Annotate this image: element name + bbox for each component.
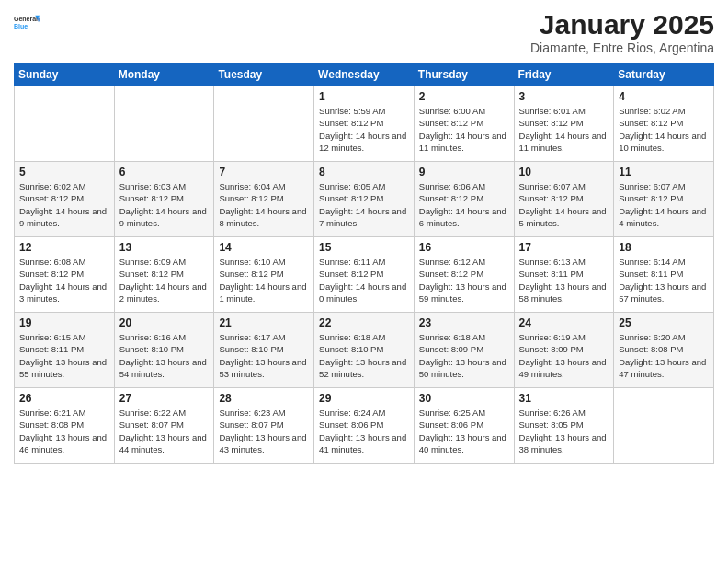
header-saturday: Saturday [614,63,714,86]
day-number: 30 [419,392,509,405]
header-monday: Monday [114,63,214,86]
day-info: Sunrise: 6:06 AM Sunset: 8:12 PM Dayligh… [419,180,509,229]
day-number: 4 [619,90,709,103]
day-number: 29 [319,392,409,405]
table-row [114,86,214,162]
day-info: Sunrise: 6:02 AM Sunset: 8:12 PM Dayligh… [19,180,109,229]
day-info: Sunrise: 6:26 AM Sunset: 8:05 PM Dayligh… [519,407,609,455]
day-number: 10 [519,166,609,178]
day-number: 27 [119,392,210,405]
day-number: 22 [319,316,409,329]
table-row: 17Sunrise: 6:13 AM Sunset: 8:11 PM Dayli… [514,237,614,313]
day-info: Sunrise: 6:13 AM Sunset: 8:11 PM Dayligh… [519,256,609,304]
day-info: Sunrise: 6:07 AM Sunset: 8:12 PM Dayligh… [519,180,609,229]
calendar-header-row: Sunday Monday Tuesday Wednesday Thursday… [15,63,714,86]
day-number: 14 [219,241,309,254]
table-row: 3Sunrise: 6:01 AM Sunset: 8:12 PM Daylig… [514,86,614,162]
calendar-table: Sunday Monday Tuesday Wednesday Thursday… [14,63,714,464]
page: GeneralBlue January 2025 Diamante, Entre… [0,0,728,563]
day-number: 2 [419,90,509,103]
day-info: Sunrise: 6:03 AM Sunset: 8:12 PM Dayligh… [119,180,210,229]
page-title: January 2025 [530,9,714,40]
table-row: 11Sunrise: 6:07 AM Sunset: 8:12 PM Dayli… [614,162,714,237]
day-info: Sunrise: 6:21 AM Sunset: 8:08 PM Dayligh… [19,407,109,455]
table-row: 19Sunrise: 6:15 AM Sunset: 8:11 PM Dayli… [15,313,115,388]
day-info: Sunrise: 6:20 AM Sunset: 8:08 PM Dayligh… [619,331,709,380]
day-info: Sunrise: 6:15 AM Sunset: 8:11 PM Dayligh… [19,331,109,380]
day-number: 1 [319,90,409,103]
table-row: 4Sunrise: 6:02 AM Sunset: 8:12 PM Daylig… [614,86,714,162]
day-number: 19 [19,316,109,329]
table-row: 31Sunrise: 6:26 AM Sunset: 8:05 PM Dayli… [514,388,614,464]
table-row: 30Sunrise: 6:25 AM Sunset: 8:06 PM Dayli… [414,388,514,464]
table-row: 23Sunrise: 6:18 AM Sunset: 8:09 PM Dayli… [414,313,514,388]
table-row: 12Sunrise: 6:08 AM Sunset: 8:12 PM Dayli… [15,237,115,313]
table-row [15,86,115,162]
day-info: Sunrise: 6:08 AM Sunset: 8:12 PM Dayligh… [19,256,109,304]
page-subtitle: Diamante, Entre Rios, Argentina [530,40,714,55]
calendar-week-row: 5Sunrise: 6:02 AM Sunset: 8:12 PM Daylig… [15,162,714,237]
day-info: Sunrise: 6:14 AM Sunset: 8:11 PM Dayligh… [619,256,709,304]
day-info: Sunrise: 6:07 AM Sunset: 8:12 PM Dayligh… [619,180,709,229]
logo-icon: GeneralBlue [14,9,40,35]
table-row: 14Sunrise: 6:10 AM Sunset: 8:12 PM Dayli… [214,237,314,313]
calendar-week-row: 12Sunrise: 6:08 AM Sunset: 8:12 PM Dayli… [15,237,714,313]
table-row: 1Sunrise: 5:59 AM Sunset: 8:12 PM Daylig… [314,86,415,162]
svg-text:General: General [14,16,38,22]
table-row: 15Sunrise: 6:11 AM Sunset: 8:12 PM Dayli… [314,237,415,313]
table-row: 29Sunrise: 6:24 AM Sunset: 8:06 PM Dayli… [314,388,415,464]
table-row: 8Sunrise: 6:05 AM Sunset: 8:12 PM Daylig… [314,162,415,237]
table-row: 21Sunrise: 6:17 AM Sunset: 8:10 PM Dayli… [214,313,314,388]
title-block: January 2025 Diamante, Entre Rios, Argen… [530,9,714,55]
header-tuesday: Tuesday [214,63,314,86]
table-row: 2Sunrise: 6:00 AM Sunset: 8:12 PM Daylig… [414,86,514,162]
day-number: 24 [519,316,609,329]
table-row: 13Sunrise: 6:09 AM Sunset: 8:12 PM Dayli… [114,237,214,313]
calendar-week-row: 26Sunrise: 6:21 AM Sunset: 8:08 PM Dayli… [15,388,714,464]
day-info: Sunrise: 6:10 AM Sunset: 8:12 PM Dayligh… [219,256,309,304]
table-row: 18Sunrise: 6:14 AM Sunset: 8:11 PM Dayli… [614,237,714,313]
calendar-week-row: 1Sunrise: 5:59 AM Sunset: 8:12 PM Daylig… [15,86,714,162]
day-info: Sunrise: 6:00 AM Sunset: 8:12 PM Dayligh… [419,105,509,154]
table-row: 24Sunrise: 6:19 AM Sunset: 8:09 PM Dayli… [514,313,614,388]
header: GeneralBlue January 2025 Diamante, Entre… [14,9,714,55]
table-row: 16Sunrise: 6:12 AM Sunset: 8:12 PM Dayli… [414,237,514,313]
table-row: 22Sunrise: 6:18 AM Sunset: 8:10 PM Dayli… [314,313,415,388]
day-info: Sunrise: 6:01 AM Sunset: 8:12 PM Dayligh… [519,105,609,154]
day-number: 12 [19,241,109,254]
table-row: 7Sunrise: 6:04 AM Sunset: 8:12 PM Daylig… [214,162,314,237]
table-row: 25Sunrise: 6:20 AM Sunset: 8:08 PM Dayli… [614,313,714,388]
day-number: 28 [219,392,309,405]
table-row: 5Sunrise: 6:02 AM Sunset: 8:12 PM Daylig… [15,162,115,237]
day-number: 11 [619,166,709,178]
table-row [614,388,714,464]
day-info: Sunrise: 6:16 AM Sunset: 8:10 PM Dayligh… [119,331,210,380]
logo: GeneralBlue [14,9,40,35]
day-number: 8 [319,166,409,178]
day-number: 17 [519,241,609,254]
day-info: Sunrise: 6:17 AM Sunset: 8:10 PM Dayligh… [219,331,309,380]
day-number: 25 [619,316,709,329]
day-number: 31 [519,392,609,405]
table-row: 10Sunrise: 6:07 AM Sunset: 8:12 PM Dayli… [514,162,614,237]
day-info: Sunrise: 6:22 AM Sunset: 8:07 PM Dayligh… [119,407,210,455]
table-row: 28Sunrise: 6:23 AM Sunset: 8:07 PM Dayli… [214,388,314,464]
day-info: Sunrise: 6:04 AM Sunset: 8:12 PM Dayligh… [219,180,309,229]
table-row: 6Sunrise: 6:03 AM Sunset: 8:12 PM Daylig… [114,162,214,237]
day-number: 3 [519,90,609,103]
day-info: Sunrise: 6:11 AM Sunset: 8:12 PM Dayligh… [319,256,409,304]
day-number: 13 [119,241,210,254]
table-row: 20Sunrise: 6:16 AM Sunset: 8:10 PM Dayli… [114,313,214,388]
calendar-week-row: 19Sunrise: 6:15 AM Sunset: 8:11 PM Dayli… [15,313,714,388]
table-row: 26Sunrise: 6:21 AM Sunset: 8:08 PM Dayli… [15,388,115,464]
day-number: 21 [219,316,309,329]
table-row [214,86,314,162]
day-number: 6 [119,166,210,178]
table-row: 27Sunrise: 6:22 AM Sunset: 8:07 PM Dayli… [114,388,214,464]
day-info: Sunrise: 6:23 AM Sunset: 8:07 PM Dayligh… [219,407,309,455]
day-info: Sunrise: 6:09 AM Sunset: 8:12 PM Dayligh… [119,256,210,304]
day-info: Sunrise: 6:25 AM Sunset: 8:06 PM Dayligh… [419,407,509,455]
day-info: Sunrise: 6:12 AM Sunset: 8:12 PM Dayligh… [419,256,509,304]
day-info: Sunrise: 6:19 AM Sunset: 8:09 PM Dayligh… [519,331,609,380]
day-number: 9 [419,166,509,178]
